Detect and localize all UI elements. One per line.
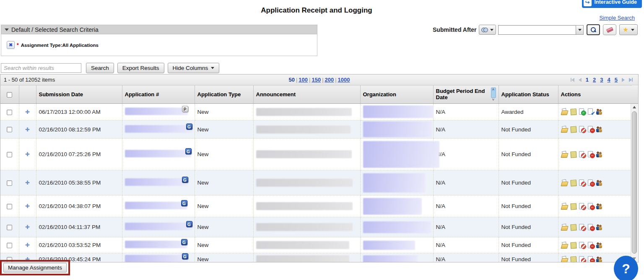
application-badge-icon[interactable]: G — [181, 239, 187, 245]
row-checkbox[interactable] — [7, 180, 12, 186]
submitted-after-input[interactable] — [498, 25, 576, 35]
manage-people-icon[interactable] — [596, 108, 604, 115]
open-folder-icon[interactable] — [561, 108, 569, 115]
manage-people-icon[interactable] — [596, 224, 604, 231]
notepad-icon[interactable] — [570, 151, 577, 158]
manage-people-icon[interactable] — [596, 180, 604, 186]
sort-indicator[interactable] — [491, 87, 496, 101]
page-4-link[interactable]: 4 — [608, 77, 610, 83]
column-header-budget-period-end-date[interactable]: Budget Period End Date — [433, 85, 499, 103]
document-removed-icon[interactable] — [587, 256, 595, 262]
manage-people-icon[interactable] — [596, 126, 604, 133]
column-header-application-type[interactable]: Application Type — [195, 85, 253, 103]
page-size-1000[interactable]: 1000 — [338, 77, 350, 83]
document-denied-icon[interactable] — [579, 180, 586, 186]
row-checkbox[interactable] — [7, 152, 12, 157]
document-denied-icon[interactable] — [579, 256, 586, 262]
search-within-results-input[interactable] — [1, 63, 81, 73]
open-folder-icon[interactable] — [561, 151, 569, 158]
next-page-icon[interactable] — [622, 78, 625, 82]
application-badge-icon[interactable]: P — [182, 106, 188, 112]
page-size-150[interactable]: 150 — [312, 77, 321, 83]
open-folder-icon[interactable] — [561, 224, 569, 231]
column-header-application-number[interactable]: Application # — [122, 85, 195, 103]
notepad-icon[interactable] — [570, 242, 577, 249]
open-folder-icon[interactable] — [561, 126, 569, 133]
manage-people-icon[interactable] — [596, 256, 604, 262]
document-removed-icon[interactable] — [587, 151, 595, 158]
last-page-icon[interactable] — [629, 78, 633, 82]
notepad-icon[interactable] — [570, 256, 577, 262]
page-2-link[interactable]: 2 — [593, 77, 596, 83]
manage-people-icon[interactable] — [596, 242, 604, 249]
select-all-checkbox[interactable] — [7, 92, 12, 98]
page-3-link[interactable]: 3 — [600, 77, 603, 83]
expand-row-icon[interactable] — [25, 242, 30, 248]
page-1-link[interactable]: 1 — [586, 77, 589, 83]
column-header-submission-date[interactable]: Submission Date — [36, 85, 122, 103]
open-folder-icon[interactable] — [561, 203, 569, 210]
scrollbar-thumb[interactable] — [632, 111, 637, 254]
document-approved-icon[interactable] — [579, 108, 586, 115]
row-checkbox[interactable] — [7, 243, 12, 248]
row-checkbox[interactable] — [7, 204, 12, 209]
favorites-button[interactable] — [619, 24, 637, 35]
page-5-link[interactable]: 5 — [615, 77, 618, 83]
row-checkbox[interactable] — [7, 110, 12, 115]
scroll-up-icon[interactable] — [631, 104, 638, 110]
notepad-icon[interactable] — [570, 224, 577, 231]
open-folder-icon[interactable] — [561, 180, 569, 186]
expand-row-icon[interactable] — [25, 180, 30, 186]
column-header-announcement[interactable]: Announcement — [253, 85, 360, 103]
application-badge-icon[interactable]: G — [186, 123, 192, 130]
document-removed-icon[interactable] — [587, 126, 595, 133]
export-results-button[interactable]: Export Results — [117, 63, 164, 73]
manage-assignments-button[interactable]: Manage Assignments — [3, 263, 67, 272]
interactive-guide-button[interactable]: Interactive Guide — [582, 0, 642, 8]
first-page-icon[interactable] — [571, 78, 574, 82]
expand-row-icon[interactable] — [25, 203, 30, 209]
document-removed-icon[interactable] — [587, 224, 595, 231]
submitted-after-dropdown-button[interactable] — [576, 25, 584, 35]
expand-row-icon[interactable] — [25, 109, 30, 115]
notepad-icon[interactable] — [570, 203, 577, 210]
vertical-scrollbar[interactable] — [631, 104, 638, 262]
document-denied-icon[interactable] — [579, 151, 586, 158]
open-folder-icon[interactable] — [561, 242, 569, 249]
field-selector-button[interactable] — [479, 25, 496, 35]
previous-page-icon[interactable] — [579, 78, 582, 82]
run-search-button[interactable] — [587, 24, 600, 35]
manage-people-icon[interactable] — [596, 151, 604, 158]
page-size-50[interactable]: 50 — [288, 77, 294, 83]
notepad-icon[interactable] — [570, 108, 577, 115]
row-checkbox[interactable] — [7, 225, 12, 230]
column-header-actions[interactable]: Actions — [558, 85, 631, 103]
search-criteria-header[interactable]: Default / Selected Search Criteria — [1, 25, 317, 34]
expand-row-icon[interactable] — [25, 126, 30, 133]
simple-search-link[interactable]: Simple Search — [599, 15, 635, 21]
document-signoff-icon[interactable] — [587, 108, 595, 115]
notepad-icon[interactable] — [570, 126, 577, 133]
document-removed-icon[interactable] — [587, 242, 595, 249]
document-denied-icon[interactable] — [579, 203, 586, 210]
clear-search-button[interactable] — [603, 24, 616, 35]
application-badge-icon[interactable]: G — [185, 148, 192, 154]
application-badge-icon[interactable]: G — [182, 177, 188, 183]
document-removed-icon[interactable] — [587, 180, 595, 186]
document-denied-icon[interactable] — [579, 126, 586, 133]
page-size-200[interactable]: 200 — [325, 77, 334, 83]
document-removed-icon[interactable] — [587, 203, 595, 210]
manage-people-icon[interactable] — [596, 203, 604, 210]
row-checkbox[interactable] — [7, 127, 12, 132]
document-denied-icon[interactable] — [579, 224, 586, 231]
application-badge-icon[interactable]: G — [186, 221, 192, 227]
open-folder-icon[interactable] — [561, 256, 569, 262]
application-badge-icon[interactable]: G — [182, 253, 188, 259]
expand-row-icon[interactable] — [25, 151, 30, 157]
expand-row-icon[interactable] — [25, 224, 30, 230]
remove-criteria-icon[interactable] — [7, 41, 15, 49]
column-header-organization[interactable]: Organization — [360, 85, 433, 103]
column-header-application-status[interactable]: Application Status — [499, 85, 558, 103]
help-button[interactable]: ? — [614, 256, 638, 280]
notepad-icon[interactable] — [570, 180, 577, 186]
